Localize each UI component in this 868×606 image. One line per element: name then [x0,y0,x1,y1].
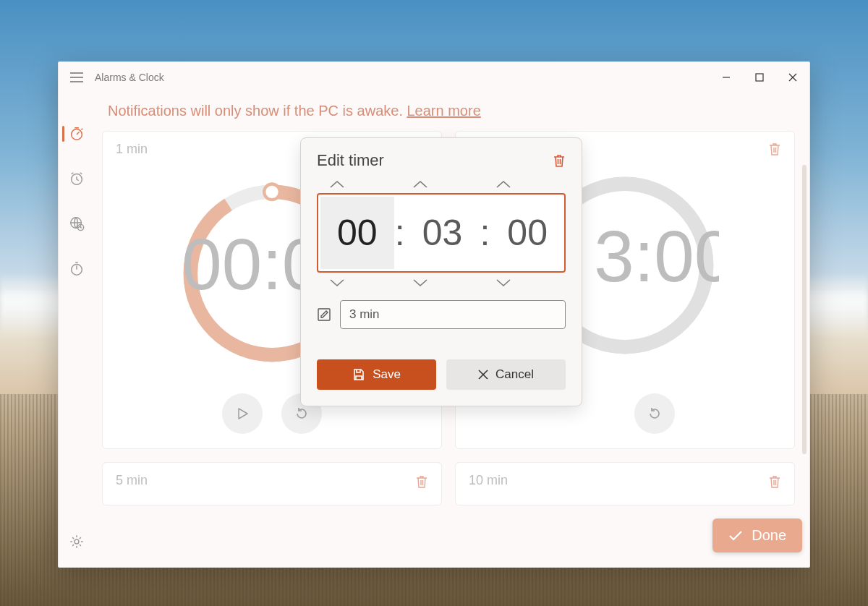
check-icon [728,530,743,542]
svg-rect-19 [318,309,330,320]
seconds-up-button[interactable] [495,180,553,189]
banner-text: Notifications will only show if the PC i… [108,103,407,119]
svg-marker-16 [239,409,247,419]
desktop-wallpaper: Alarms & Clock [0,0,868,606]
done-button[interactable]: Done [712,518,802,552]
save-label: Save [373,367,401,382]
edit-timer-dialog: Edit timer 00 : 03 : 00 [300,137,582,406]
edit-name-icon [317,307,331,322]
svg-point-15 [264,184,280,200]
hours-field[interactable]: 00 [320,197,394,269]
stopwatch-icon [69,260,85,276]
timer-icon [69,126,85,142]
hours-down-button[interactable] [329,278,387,287]
sidebar-item-world-clock[interactable] [59,211,95,236]
sidebar-item-settings[interactable] [59,529,95,554]
minimize-button[interactable] [710,66,743,89]
chevron-up-icon [495,180,553,189]
time-input[interactable]: 00 : 03 : 00 [317,193,566,273]
banner-learn-more-link[interactable]: Learn more [407,103,481,119]
delete-timer-button[interactable] [415,474,428,489]
chevron-up-icon [412,180,470,189]
done-label: Done [752,527,786,544]
seconds-field[interactable]: 00 [490,212,564,254]
close-icon [478,370,488,380]
app-title: Alarms & Clock [95,72,164,83]
dialog-delete-button[interactable] [553,153,566,168]
sidebar-item-stopwatch[interactable] [59,256,95,281]
separator: : [394,212,406,254]
save-button[interactable]: Save [317,359,436,390]
timer-name-input[interactable] [340,300,566,329]
maximize-button[interactable] [743,66,776,89]
titlebar: Alarms & Clock [59,62,809,93]
play-button[interactable] [222,393,263,434]
hamburger-menu-button[interactable] [59,72,95,82]
chevron-down-icon [495,278,553,287]
scrollbar[interactable] [802,165,807,454]
gear-icon [69,534,85,550]
notification-banner: Notifications will only show if the PC i… [102,97,795,131]
timer-label: 10 min [469,473,508,487]
svg-rect-4 [756,74,763,81]
hours-up-button[interactable] [329,180,387,189]
world-clock-icon [69,215,85,231]
play-icon [235,406,250,421]
chevron-up-icon [329,180,387,189]
chevron-down-icon [329,278,387,287]
close-button[interactable] [776,66,809,89]
dialog-title: Edit timer [317,151,384,170]
save-icon [352,368,365,381]
reset-button[interactable] [634,393,675,434]
timer-card-3[interactable]: 5 min [102,462,442,505]
reset-icon [647,406,662,421]
cancel-label: Cancel [495,367,534,382]
svg-point-12 [75,539,79,544]
timer-label: 5 min [116,473,148,487]
sidebar-item-alarm[interactable] [59,166,95,191]
cancel-button[interactable]: Cancel [446,359,566,390]
alarm-icon [69,171,85,187]
minutes-down-button[interactable] [412,278,470,287]
minutes-field[interactable]: 03 [406,212,480,254]
seconds-down-button[interactable] [495,278,553,287]
sidebar-item-timer[interactable] [59,121,95,146]
chevron-down-icon [412,278,470,287]
minutes-up-button[interactable] [412,180,470,189]
sidebar [59,93,95,567]
delete-timer-button[interactable] [768,474,781,489]
timer-card-4[interactable]: 10 min [455,462,795,505]
separator: : [479,212,490,254]
timer-time-display: 3:00 [594,216,719,296]
reset-icon [294,406,309,421]
